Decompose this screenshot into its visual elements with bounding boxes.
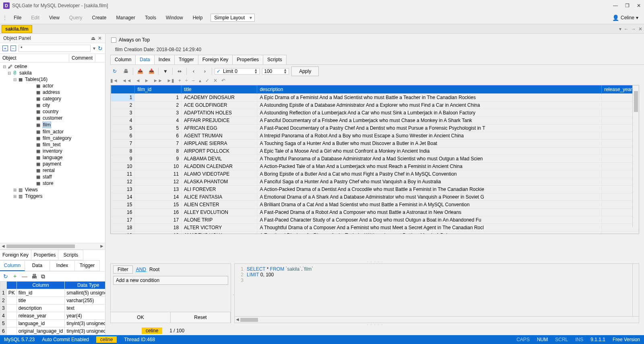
table-row[interactable]: 99ALABAMA DEVILA Thoughtful Panorama of … [111, 155, 640, 163]
table-row[interactable]: 1717ALONE TRIPA Fast-Paced Character Stu… [111, 216, 640, 224]
object-filter-input[interactable] [19, 45, 91, 52]
undo-icon[interactable]: ↶ [221, 78, 225, 83]
maximize-button[interactable]: ❐ [625, 3, 630, 8]
next-page-icon[interactable]: › [200, 67, 209, 76]
detail-tab-foreign-key[interactable]: Foreign Key [0, 250, 31, 260]
minimize-button[interactable]: — [613, 3, 618, 8]
sql-editor[interactable]: 123 SELECT * FROM `sakila`.`film`LIMIT 0… [234, 263, 639, 323]
menu-create[interactable]: Create [87, 13, 111, 22]
v-splitter[interactable]: ・・・ [231, 263, 234, 323]
table-row[interactable]: 33ADAPTATION HOLESA Astounding Reflectio… [111, 109, 640, 117]
tree-node[interactable]: ▦address [0, 89, 105, 95]
prev-page-icon[interactable]: ‹ [189, 67, 198, 76]
nav-back-icon[interactable]: ← [624, 26, 629, 32]
menu-edit[interactable]: Edit [26, 13, 44, 22]
filter-button[interactable]: Filter [113, 265, 133, 274]
data-grid[interactable]: film_idtitledescriptionrelease_yearlangu… [110, 85, 639, 234]
tree-node[interactable]: ▦film [0, 121, 105, 128]
tree-node[interactable]: ▦city [0, 102, 105, 108]
table-row[interactable]: 1111ALAMO VIDEOTAPEA Boring Epistle of a… [111, 170, 640, 178]
col-more-icon[interactable]: ⧉ [41, 273, 45, 280]
prev-icon[interactable]: ◄◄ [122, 78, 132, 83]
tree-node[interactable]: ▦inventory [0, 148, 105, 154]
edit-rec-icon[interactable]: ▴ [199, 78, 201, 83]
table-row[interactable]: 1010ALADDIN CALENDARA Action-Packed Tale… [111, 163, 640, 170]
add-rec-icon[interactable]: + [178, 78, 181, 83]
table-row[interactable]: 1515ALIEN CENTERA Brilliant Drama of a C… [111, 201, 640, 209]
col-add-icon[interactable]: ＋ [12, 273, 18, 280]
column-grid[interactable]: ColumnData Type1PKfilm_idsmallint(5) uns… [0, 281, 105, 335]
tree-node[interactable]: ▦payment [0, 161, 105, 167]
tree-node[interactable]: ▦film_category [0, 135, 105, 141]
filter-ok-button[interactable]: OK [111, 312, 171, 323]
print-icon[interactable]: 🖶 [122, 67, 130, 76]
tree-node[interactable]: ▦language [0, 154, 105, 161]
tree-node[interactable]: ▦film_actor [0, 128, 105, 135]
subtab-column[interactable]: Column [110, 55, 136, 64]
commit-icon[interactable]: ✓ [205, 78, 209, 83]
tree-hscroll[interactable]: ◄► [0, 243, 105, 249]
filter-icon[interactable]: ▼ [161, 67, 170, 76]
table-row[interactable]: 77AIRPLANE SIERRAA Touching Saga of a Hu… [111, 140, 640, 147]
collapse-all-button[interactable]: − [10, 46, 16, 51]
last-icon[interactable]: ►▮ [167, 78, 174, 83]
insert-rec-icon[interactable]: ÷ [185, 78, 188, 83]
menu-tools[interactable]: Tools [140, 13, 161, 22]
detail-tab-properties[interactable]: Properties [31, 250, 59, 260]
add-condition-button[interactable]: Add a new condition [113, 276, 228, 285]
tree-node[interactable]: ▦staff [0, 174, 105, 180]
pin-icon[interactable]: ⏏ [91, 35, 95, 41]
tree-node[interactable]: ⊞▥Triggers [0, 193, 105, 199]
menu-help[interactable]: Help [188, 13, 208, 22]
tree-node[interactable]: ⊟🖉celine [0, 63, 105, 70]
menu-query[interactable]: Query [64, 13, 87, 22]
user-menu[interactable]: 👤 Celine ▾ [612, 15, 642, 21]
tree-node[interactable]: ▦customer [0, 115, 105, 121]
col-refresh-icon[interactable]: ↻ [3, 273, 8, 280]
table-row[interactable]: 55AFRICAN EGGA Fast-Paced Documentary of… [111, 124, 640, 132]
object-tree[interactable]: ⊟🖉celine⊟🛢sakila⊟▦Tables(16)▦actor▦addre… [0, 62, 105, 243]
grid-vscroll[interactable] [632, 85, 639, 227]
h-splitter[interactable]: ・・・・・ [105, 260, 644, 263]
tree-node[interactable]: ▦country [0, 108, 105, 115]
del-rec-icon[interactable]: − [192, 78, 195, 83]
table-row[interactable]: 66AGENT TRUMANA Intrepid Panorama of a R… [111, 132, 640, 140]
back-icon[interactable]: ◄ [136, 78, 140, 83]
tab-close-icon[interactable]: ✕ [638, 26, 642, 32]
menu-manager[interactable]: Manager [111, 13, 140, 22]
table-row[interactable]: 88AIRPORT POLLOCKA Epic Tale of a Moose … [111, 147, 640, 155]
filter-reset-button[interactable]: Reset [171, 312, 231, 323]
always-on-top-checkbox[interactable] [111, 37, 116, 43]
sql-hscroll[interactable]: ◄ [235, 316, 639, 323]
col-delete-icon[interactable]: — [22, 273, 27, 280]
filter-and[interactable]: AND [136, 267, 146, 272]
limit-to-input[interactable] [264, 68, 282, 74]
refresh-icon[interactable]: ↻ [110, 67, 119, 76]
sql-vscroll[interactable] [632, 264, 639, 316]
tree-node[interactable]: ⊟▦Tables(16) [0, 76, 105, 83]
expand-all-button[interactable]: + [2, 46, 8, 51]
tree-node[interactable]: ▦film_text [0, 141, 105, 148]
apply-button[interactable]: Apply [291, 66, 319, 76]
fwd-icon[interactable]: ► [144, 78, 149, 83]
next-icon[interactable]: ►► [153, 78, 163, 83]
detail-tab-column[interactable]: Column [0, 260, 25, 271]
first-icon[interactable]: ▮◄ [110, 78, 118, 83]
layout-combo[interactable]: Simple Layout [211, 14, 255, 22]
table-row[interactable]: 1818ALTER VICTORYA Thoughtful Drama of a… [111, 224, 640, 232]
table-row[interactable]: 11ACADEMY DINOSAURA Epic Drama of a Femi… [111, 94, 640, 102]
table-row[interactable]: 1414ALICE FANTASIAA Emotional Drama of a… [111, 193, 640, 201]
subtab-data[interactable]: Data [135, 55, 154, 64]
table-row[interactable]: 1212ALASKA PHANTOMA Fanciful Saga of a H… [111, 178, 640, 186]
menu-view[interactable]: View [44, 13, 64, 22]
table-row[interactable]: 1616ALLEY EVOLUTIONA Fast-Paced Drama of… [111, 209, 640, 216]
col-print-icon[interactable]: 🖶 [31, 273, 37, 280]
limit-from-input[interactable] [235, 68, 252, 74]
h-splitter-2[interactable]: ・・・・・ [105, 323, 644, 326]
menu-file[interactable]: File [9, 13, 26, 22]
table-row[interactable]: 22ACE GOLDFINGERA Astounding Epistle of … [111, 102, 640, 109]
detail-tab-index[interactable]: Index [50, 260, 75, 271]
tab-sakila-film[interactable]: sakila.film [2, 25, 32, 33]
subtab-index[interactable]: Index [154, 55, 175, 64]
tree-node[interactable]: ▦category [0, 95, 105, 102]
